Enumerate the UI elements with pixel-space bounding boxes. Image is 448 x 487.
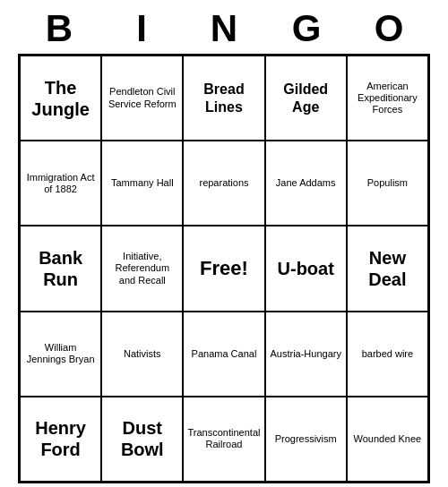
bingo-cell: Free! xyxy=(183,226,264,311)
bingo-letter: O xyxy=(353,7,425,50)
bingo-cell: Tammany Hall xyxy=(101,141,183,226)
bingo-letter: G xyxy=(271,7,342,50)
bingo-grid: The JunglePendleton Civil Service Reform… xyxy=(18,54,430,483)
bingo-cell: Dust Bowl xyxy=(101,397,183,482)
bingo-letter: B xyxy=(23,7,95,50)
bingo-cell: Panama Canal xyxy=(183,312,264,397)
bingo-cell: The Jungle xyxy=(20,56,101,141)
bingo-cell: Immigration Act of 1882 xyxy=(20,141,101,226)
bingo-letter: N xyxy=(188,7,260,50)
bingo-cell: New Deal xyxy=(347,226,428,311)
bingo-cell: barbed wire xyxy=(347,312,428,397)
bingo-cell: Initiative, Referendum and Recall xyxy=(101,226,183,311)
bingo-cell: reparations xyxy=(183,141,264,226)
bingo-cell: U-boat xyxy=(265,226,347,311)
bingo-cell: Jane Addams xyxy=(265,141,347,226)
bingo-cell: Gilded Age xyxy=(265,56,347,141)
bingo-cell: Nativists xyxy=(101,312,183,397)
bingo-cell: Henry Ford xyxy=(20,397,101,482)
bingo-letter: I xyxy=(106,7,177,50)
bingo-cell: Transcontinental Railroad xyxy=(183,397,264,482)
bingo-cell: Austria-Hungary xyxy=(265,312,347,397)
bingo-cell: Populism xyxy=(347,141,428,226)
bingo-cell: Bread Lines xyxy=(183,56,264,141)
bingo-cell: William Jennings Bryan xyxy=(20,312,101,397)
bingo-cell: Bank Run xyxy=(20,226,101,311)
bingo-cell: Wounded Knee xyxy=(347,397,428,482)
bingo-cell: Progressivism xyxy=(265,397,347,482)
bingo-cell: Pendleton Civil Service Reform xyxy=(101,56,183,141)
bingo-cell: American Expeditionary Forces xyxy=(347,56,428,141)
bingo-title: BINGO xyxy=(18,0,430,54)
